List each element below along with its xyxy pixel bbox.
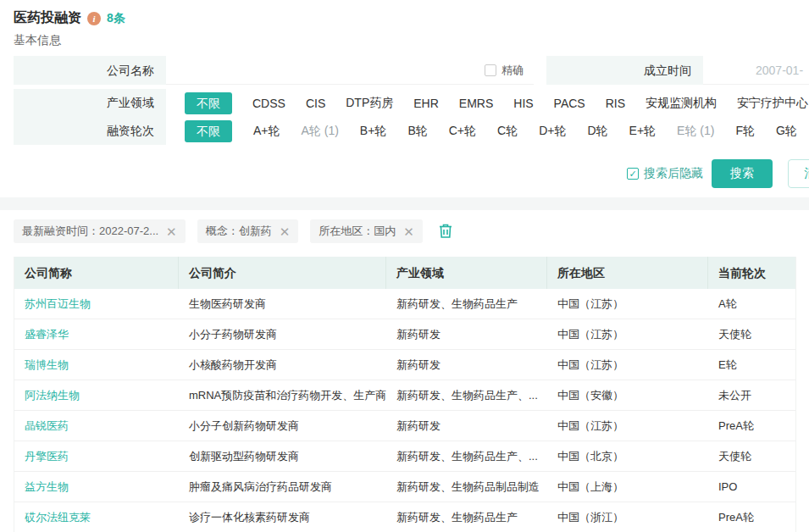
table-row: 阿法纳生物 mRNA预防疫苗和治疗药物开发、生产商 新药研发、生物药品生产、..…	[14, 380, 795, 411]
clear-button[interactable]: 清	[788, 159, 809, 188]
round-option-d-plus[interactable]: D+轮	[539, 124, 566, 139]
company-link[interactable]: 盛睿泽华	[14, 319, 179, 349]
industry-field: 新药研发	[386, 411, 547, 441]
company-link[interactable]: 瑞博生物	[14, 350, 179, 380]
results-table: 公司简称 公司简介 产业领域 所在地区 当前轮次 苏州百迈生物 生物医药研发商 …	[14, 257, 796, 532]
established-time-label: 成立时间	[546, 56, 703, 85]
section-divider	[0, 197, 809, 210]
region: 中国（江苏）	[547, 289, 708, 319]
company-profile: 小分子创新药物研发商	[179, 411, 386, 441]
info-icon[interactable]: i	[87, 12, 101, 25]
close-icon[interactable]: ✕	[166, 225, 177, 238]
current-round: IPO	[708, 472, 797, 502]
section-label-basic-info: 基本信息	[14, 33, 61, 48]
round-option-a-plus[interactable]: A+轮	[253, 124, 280, 139]
spacer	[534, 56, 546, 85]
table-row: 苏州百迈生物 生物医药研发商 新药研发、生物药品生产 中国（江苏） A轮	[14, 289, 795, 319]
industry-option-pacs[interactable]: PACS	[554, 97, 585, 110]
col-header-profile: 公司简介	[179, 257, 386, 289]
filter-tag-latest-financing-time: 最新融资时间：2022-07-2... ✕	[14, 219, 186, 243]
region: 中国（浙江）	[547, 502, 708, 532]
filter-options-block: 产业领域 融资轮次 不限 CDSS CIS DTP药房 EHR EMRS HIS…	[14, 89, 809, 145]
region: 中国（江苏）	[547, 411, 708, 441]
filter-tag-concept: 概念：创新药 ✕	[197, 219, 299, 243]
table-row: 砹尔法纽克莱 诊疗一体化核素药研发商 新药研发、生物药品生产 中国（浙江） Pr…	[14, 502, 795, 532]
company-link[interactable]: 丹擎医药	[14, 441, 179, 471]
round-option-e[interactable]: E轮 (1)	[677, 124, 714, 139]
current-round: A轮	[708, 289, 797, 319]
close-icon[interactable]: ✕	[403, 225, 414, 238]
industry-option-emrs[interactable]: EMRS	[459, 97, 493, 110]
company-profile: 诊疗一体化核素药研发商	[179, 502, 386, 532]
col-header-region: 所在地区	[547, 257, 708, 289]
exact-checkbox[interactable]	[485, 64, 496, 76]
industry-option-hospice[interactable]: 安宁疗护中心	[737, 96, 808, 111]
company-name-label: 公司名称	[14, 56, 166, 85]
search-button[interactable]: 搜索	[712, 159, 773, 188]
industry-option-unlimited[interactable]: 不限	[185, 92, 232, 114]
company-profile: 肿瘤及痛风病治疗药品研发商	[179, 472, 386, 502]
industry-options-row: 不限 CDSS CIS DTP药房 EHR EMRS HIS PACS RIS …	[185, 89, 809, 117]
round-option-c-plus[interactable]: C+轮	[449, 124, 476, 139]
current-round: PreA轮	[708, 502, 797, 532]
table-row: 瑞博生物 小核酸药物开发商 新药研发 中国（江苏） E轮	[14, 350, 795, 380]
industry-option-his[interactable]: HIS	[513, 97, 533, 110]
industry-option-safety-monitor[interactable]: 安规监测机构	[646, 96, 717, 111]
industry-option-dtp[interactable]: DTP药房	[346, 96, 393, 111]
industry-field: 新药研发、生物药品生产	[386, 502, 547, 532]
current-round: 天使轮	[708, 319, 797, 349]
round-option-e-plus[interactable]: E+轮	[629, 124, 657, 139]
round-option-d[interactable]: D轮	[587, 124, 607, 139]
round-option-f[interactable]: F轮	[735, 124, 755, 139]
col-header-round: 当前轮次	[708, 257, 797, 289]
round-label: 融资轮次	[14, 117, 166, 145]
table-header: 公司简称 公司简介 产业领域 所在地区 当前轮次	[14, 257, 795, 289]
industry-option-cis[interactable]: CIS	[306, 97, 325, 110]
industry-field: 新药研发、生物药品制品制造	[386, 472, 547, 502]
table-row: 盛睿泽华 小分子药物研发商 新药研发 中国（江苏） 天使轮	[14, 319, 795, 350]
current-round: PreA轮	[708, 411, 797, 441]
current-round: E轮	[708, 350, 797, 380]
exact-label: 精确	[501, 63, 524, 78]
company-link[interactable]: 益方生物	[14, 472, 179, 502]
industry-field: 新药研发、生物药品生产、...	[386, 380, 547, 410]
current-round: 未公开	[708, 380, 797, 410]
company-link[interactable]: 砹尔法纽克莱	[14, 502, 179, 532]
company-link[interactable]: 苏州百迈生物	[14, 289, 179, 319]
col-header-company: 公司简称	[14, 257, 179, 289]
round-option-a[interactable]: A轮 (1)	[302, 124, 339, 139]
table-row: 丹擎医药 创新驱动型药物研发商 新药研发、生物药品生产、... 中国（北京） 天…	[14, 441, 795, 472]
round-option-b-plus[interactable]: B+轮	[360, 124, 387, 139]
close-icon[interactable]: ✕	[280, 225, 291, 238]
round-option-unlimited[interactable]: 不限	[185, 120, 232, 142]
round-option-g[interactable]: G轮	[776, 124, 797, 139]
company-profile: 小分子药物研发商	[179, 319, 386, 349]
round-option-b[interactable]: B轮	[407, 124, 427, 139]
trash-icon[interactable]	[436, 222, 455, 241]
industry-option-ris[interactable]: RIS	[606, 97, 625, 110]
current-round: 天使轮	[708, 441, 797, 471]
table-row: 晶锐医药 小分子创新药物研发商 新药研发 中国（江苏） PreA轮	[14, 411, 795, 441]
industry-option-cdss[interactable]: CDSS	[252, 97, 285, 110]
established-date-input[interactable]: 2007-01-	[703, 56, 809, 85]
hide-after-search-group[interactable]: ✓ 搜索后隐藏	[627, 166, 703, 181]
round-option-c[interactable]: C轮	[497, 124, 518, 139]
company-name-input[interactable]: 精确	[166, 56, 534, 85]
filter-tag-text: 概念：创新药	[206, 224, 272, 239]
industry-field: 新药研发	[386, 319, 547, 349]
hide-after-search-checkbox[interactable]: ✓	[627, 168, 639, 180]
industry-field: 新药研发、生物药品生产、...	[386, 441, 547, 471]
page-header: 医药投融资 i 8条	[14, 9, 125, 27]
industry-option-ehr[interactable]: EHR	[413, 97, 439, 110]
search-actions-row: ✓ 搜索后隐藏 搜索 清	[0, 159, 809, 188]
filter-labels: 产业领域 融资轮次	[14, 89, 166, 145]
company-profile: 创新驱动型药物研发商	[179, 441, 386, 471]
company-link[interactable]: 晶锐医药	[14, 411, 179, 441]
industry-label: 产业领域	[14, 89, 166, 117]
company-link[interactable]: 阿法纳生物	[14, 380, 179, 410]
industry-field: 新药研发	[386, 350, 547, 380]
active-filter-tags: 最新融资时间：2022-07-2... ✕ 概念：创新药 ✕ 所在地区：国内 ✕	[14, 219, 455, 244]
region: 中国（上海）	[547, 472, 708, 502]
col-header-industry: 产业领域	[386, 257, 547, 289]
company-profile: 生物医药研发商	[179, 289, 386, 319]
